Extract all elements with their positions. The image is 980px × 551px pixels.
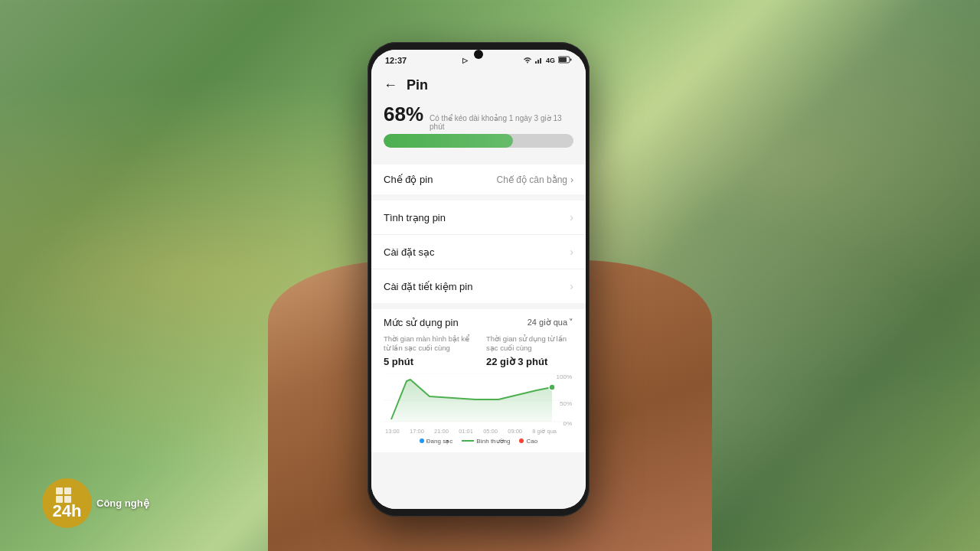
logo-grid-icon: [56, 487, 79, 503]
battery-indicator: [558, 56, 572, 65]
status-icons: 4G: [523, 56, 572, 65]
logo-badge: 24h Công nghệ: [42, 478, 149, 528]
logo-text-block: Công nghệ: [96, 497, 149, 509]
battery-bar: [384, 134, 573, 148]
menu-item-status-label: Tình trạng pin: [384, 212, 446, 223]
menu-section: Tình trạng pin › Cài đặt sạc › Cài đặt t…: [371, 201, 586, 303]
chart-x-now: 8 giờ qua: [532, 428, 557, 435]
phone-body: 12:37 ▷ 4G: [368, 42, 590, 517]
wifi-icon: [523, 56, 532, 65]
page-title: Pin: [407, 77, 428, 93]
usage-period-text: 24 giờ qua: [528, 318, 567, 328]
svg-rect-10: [56, 487, 63, 494]
menu-item-charge-chevron: ›: [570, 246, 573, 258]
usage-title: Mức sử dụng pin: [384, 317, 459, 328]
usage-header: Mức sử dụng pin 24 giờ qua ˅: [384, 317, 573, 328]
usage-stat-total: Thời gian sử dụng từ lần sạc cuối cùng 2…: [486, 334, 573, 367]
battery-description: Có thể kéo dài khoảng 1 ngày 3 giờ 13 ph…: [430, 114, 573, 131]
battery-percentage: 68%: [384, 103, 423, 126]
legend-charging-label: Đang sạc: [426, 438, 452, 445]
menu-item-status[interactable]: Tình trạng pin ›: [371, 201, 586, 235]
top-bar: ← Pin: [371, 71, 586, 96]
usage-stat-screen: Thời gian màn hình bật kể từ lần sạc cuố…: [384, 334, 471, 367]
chart-x-1700: 17:00: [410, 428, 424, 435]
chart-x-2100: 21:00: [434, 428, 449, 435]
svg-rect-5: [559, 57, 567, 62]
legend-normal: Bình thường: [462, 438, 510, 445]
battery-bar-fill: [384, 134, 513, 148]
chart-legend: Đang sạc Bình thường Cao: [384, 435, 573, 446]
mode-value[interactable]: Chế độ cân bằng ›: [497, 174, 573, 185]
battery-status-icon: 4G: [546, 57, 555, 64]
camera-notch: [474, 50, 483, 59]
mode-chevron-icon: ›: [570, 174, 573, 185]
legend-high: Cao: [519, 438, 537, 445]
stat-screen-value: 5 phút: [384, 356, 471, 367]
menu-item-save-chevron: ›: [570, 280, 573, 292]
legend-high-label: Cao: [526, 438, 537, 445]
chart-x-0101: 01:01: [459, 428, 473, 435]
battery-chart: 100% 50% 0%: [384, 373, 573, 435]
usage-period[interactable]: 24 giờ qua ˅: [528, 318, 573, 328]
usage-section: Mức sử dụng pin 24 giờ qua ˅ Thời gian m…: [371, 309, 586, 452]
svg-rect-4: [570, 59, 572, 61]
chart-x-0500: 05:00: [483, 428, 498, 435]
app-content: ← Pin 68% Có thể kéo dài khoảng 1 ngày 3…: [371, 71, 586, 509]
status-cast-icon: ▷: [462, 57, 468, 64]
svg-rect-0: [535, 61, 537, 64]
chart-x-1300: 13:00: [385, 428, 400, 435]
phone-screen: 12:37 ▷ 4G: [371, 50, 586, 509]
chart-x-labels: 13:00 17:00 21:00 01:01 05:00 09:00 8 gi…: [384, 428, 558, 435]
logo-cong-nghe: Công nghệ: [96, 497, 149, 509]
battery-section: 68% Có thể kéo dài khoảng 1 ngày 3 giờ 1…: [371, 96, 586, 158]
legend-normal-label: Bình thường: [476, 438, 510, 445]
svg-point-9: [549, 384, 555, 390]
mode-section[interactable]: Chế độ pin Chế độ cân bằng ›: [371, 165, 586, 194]
menu-item-status-chevron: ›: [570, 211, 573, 223]
stat-total-value: 22 giờ 3 phút: [486, 356, 573, 367]
legend-high-dot: [519, 439, 524, 443]
status-time: 12:37: [385, 56, 407, 65]
chart-svg: [384, 373, 579, 427]
legend-normal-line: [462, 440, 474, 442]
mode-value-text: Chế độ cân bằng: [497, 174, 567, 185]
signal-icon: [535, 56, 543, 65]
logo-circle: 24h: [42, 478, 92, 528]
stat-screen-label: Thời gian màn hình bật kể từ lần sạc cuố…: [384, 334, 471, 354]
chart-x-0900: 09:00: [508, 428, 522, 435]
mode-label: Chế độ pin: [384, 174, 433, 185]
usage-stats: Thời gian màn hình bật kể từ lần sạc cuố…: [384, 334, 573, 367]
stat-total-label: Thời gian sử dụng từ lần sạc cuối cùng: [486, 334, 573, 354]
svg-rect-2: [540, 58, 541, 64]
svg-rect-1: [537, 60, 539, 64]
period-chevron-icon: ˅: [569, 318, 573, 328]
logo-number: 24h: [53, 503, 82, 520]
menu-item-charge[interactable]: Cài đặt sạc ›: [371, 235, 586, 269]
legend-charging-dot: [420, 439, 424, 443]
menu-item-save[interactable]: Cài đặt tiết kiệm pin ›: [371, 269, 586, 303]
legend-charging: Đang sạc: [420, 438, 452, 445]
svg-rect-11: [64, 487, 71, 494]
back-button[interactable]: ←: [384, 77, 397, 93]
menu-item-save-label: Cài đặt tiết kiệm pin: [384, 281, 472, 292]
menu-item-charge-label: Cài đặt sạc: [384, 246, 435, 258]
